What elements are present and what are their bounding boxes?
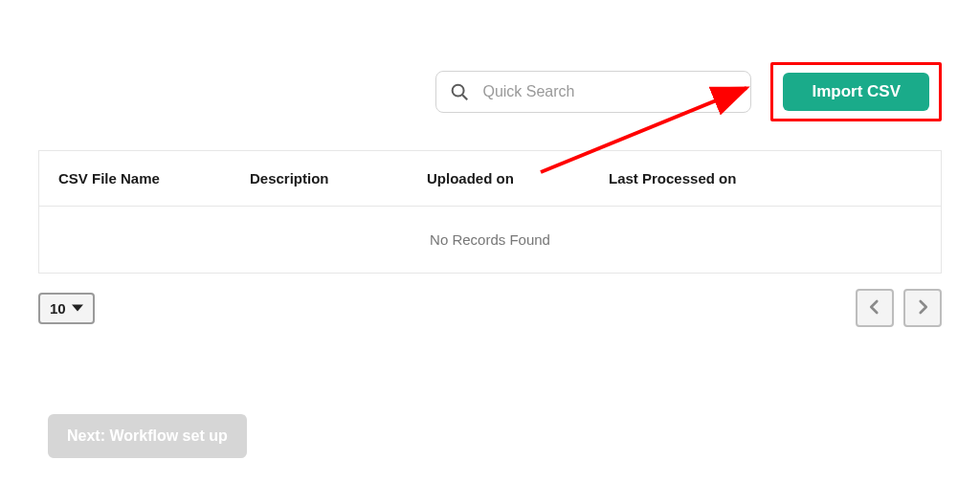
prev-page-button[interactable] bbox=[856, 289, 894, 327]
search-input[interactable] bbox=[435, 71, 751, 113]
import-csv-button[interactable]: Import CSV bbox=[783, 73, 929, 111]
column-file-name: CSV File Name bbox=[58, 170, 250, 186]
search-container bbox=[435, 71, 751, 113]
page-size-value: 10 bbox=[50, 300, 66, 317]
next-workflow-button[interactable]: Next: Workflow set up bbox=[48, 414, 247, 458]
chevron-left-icon bbox=[866, 298, 883, 318]
csv-table: CSV File Name Description Uploaded on La… bbox=[38, 150, 942, 274]
search-icon bbox=[449, 81, 470, 102]
pager bbox=[856, 289, 942, 327]
table-header-row: CSV File Name Description Uploaded on La… bbox=[39, 151, 941, 207]
svg-point-0 bbox=[453, 85, 464, 97]
caret-down-icon bbox=[72, 300, 83, 317]
column-processed: Last Processed on bbox=[609, 170, 922, 186]
page-size-select[interactable]: 10 bbox=[38, 293, 95, 324]
chevron-right-icon bbox=[914, 298, 931, 318]
top-toolbar: Import CSV bbox=[0, 62, 980, 121]
svg-line-1 bbox=[463, 95, 468, 99]
table-footer: 10 bbox=[38, 289, 942, 327]
next-page-button[interactable] bbox=[903, 289, 942, 327]
column-uploaded: Uploaded on bbox=[427, 170, 609, 186]
column-description: Description bbox=[250, 170, 427, 186]
empty-state-message: No Records Found bbox=[39, 207, 941, 273]
import-highlight-box: Import CSV bbox=[770, 62, 942, 121]
